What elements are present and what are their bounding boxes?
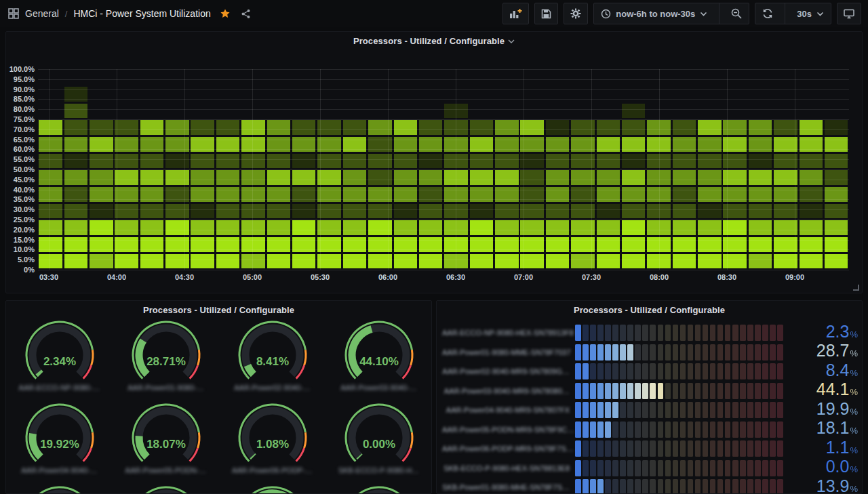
- bargauge-segment: [755, 421, 761, 438]
- bargauge-segment: [665, 402, 671, 418]
- bargauge-segment: [732, 421, 738, 438]
- heatmap-cell: [165, 120, 189, 135]
- bargauge-segment: [762, 383, 768, 399]
- bargauge-segment: [627, 402, 633, 418]
- dashboards-icon[interactable]: [8, 8, 19, 19]
- bargauge-value-unit: %: [850, 329, 858, 339]
- dashboard-title[interactable]: HMCi - Power System Utilization: [73, 8, 210, 19]
- bargauge-segment: [710, 363, 716, 379]
- favorite-star-icon[interactable]: [220, 8, 231, 19]
- bargauge-segment: [762, 402, 768, 418]
- heatmap-cell: [647, 254, 671, 269]
- heatmap-cell: [800, 220, 823, 235]
- bargauge-segment: [673, 479, 679, 494]
- heatmap-cell: [444, 120, 468, 135]
- bargauge-segment: [597, 363, 604, 379]
- bargauge-segment: [777, 325, 783, 341]
- heatmap-cell: [723, 137, 747, 152]
- bargauge-segment: [597, 402, 604, 418]
- bargauge-segment: [627, 363, 633, 379]
- heatmap-panel-title[interactable]: Processors - Utilized / Configurable: [6, 36, 862, 46]
- bargauge-segment: [575, 325, 581, 341]
- share-icon[interactable]: [241, 9, 251, 19]
- heatmap-cell: [597, 154, 620, 169]
- bargauge-segment: [755, 325, 761, 341]
- heatmap-cell: [39, 137, 62, 152]
- bargauge-segment: [717, 363, 724, 379]
- bargauge-segment: [590, 383, 596, 399]
- bargauge-segment: [612, 363, 618, 379]
- time-range-picker[interactable]: now-6h to now-30s: [594, 3, 714, 24]
- panel-resize-handle[interactable]: [853, 285, 859, 291]
- bargauge-segment: [665, 383, 671, 399]
- heatmap-cell: [64, 220, 88, 235]
- bargauge-segment: [605, 421, 611, 438]
- bargauge-segment: [658, 421, 664, 438]
- heatmap-cell: [800, 137, 823, 152]
- bargauge-segment: [762, 460, 768, 476]
- heatmap-cell: [723, 154, 747, 169]
- bargauge-segment: [688, 402, 694, 418]
- bargauge-row-label: SKB-Power01-9080-MHE-SN78F7S…: [442, 483, 575, 491]
- heatmap-cell: [241, 154, 265, 169]
- bargauge-segment: [770, 383, 776, 399]
- bargauge-segment: [620, 344, 626, 361]
- bargauge-segment: [717, 344, 724, 361]
- save-dashboard-button[interactable]: [534, 3, 558, 24]
- heatmap-x-tick-label: 04:30: [175, 273, 194, 281]
- heatmap-cell: [520, 170, 544, 185]
- bargauge-segment: [680, 440, 686, 457]
- bargauge-segment: [665, 344, 671, 361]
- bargauge-segment: [612, 402, 618, 418]
- heatmap-cell: [64, 87, 88, 102]
- bargauge-row: AAR-Power05-PODN-MR9-SN78F9C…18.1%: [442, 421, 858, 438]
- bargauge-segment: [770, 363, 776, 379]
- heatmap-x-tick-label: 05:00: [243, 273, 262, 281]
- heatmap-cell: [191, 187, 214, 202]
- refresh-button[interactable]: [755, 3, 780, 24]
- gauge-arc: [328, 485, 430, 494]
- bargauge-panel-title[interactable]: Processors - Utilized / Configurable: [437, 305, 862, 315]
- bargauge-segment: [650, 421, 656, 438]
- heatmap-x-tick-label: 06:00: [378, 273, 397, 281]
- zoom-out-button[interactable]: [724, 3, 749, 24]
- heatmap-cell: [597, 120, 620, 135]
- bargauge-segment: [695, 440, 701, 457]
- gauge-panel-title[interactable]: Processors - Utilized / Configurable: [6, 305, 431, 315]
- heatmap-cell: [647, 170, 671, 185]
- dashboard-settings-button[interactable]: [564, 3, 588, 24]
- heatmap-cell: [216, 237, 240, 252]
- bargauge-segment: [710, 325, 716, 341]
- bargauge-segment: [710, 383, 716, 399]
- bargauge-segment: [680, 421, 686, 438]
- kiosk-mode-button[interactable]: [837, 3, 861, 24]
- heatmap-cell: [39, 254, 62, 269]
- bargauge-segment: [680, 479, 686, 494]
- bargauge-segment: [635, 325, 641, 341]
- gauge: 1.08%AAR-Power06-PODP-…: [219, 401, 326, 484]
- heatmap-cell: [90, 237, 113, 252]
- heatmap-x-axis: 03:3004:0004:3005:0005:3006:0006:3007:00…: [38, 273, 849, 284]
- heatmap-cell: [343, 254, 367, 269]
- heatmap-cell: [64, 254, 88, 269]
- bargauge-segment: [575, 460, 581, 476]
- bargauge-segment: [612, 383, 618, 399]
- heatmap-cell: [673, 237, 696, 252]
- bargauge-row: AAR-Power03-9040-MR9-SN78080…44.1%: [442, 383, 858, 399]
- heatmap-cell: [191, 254, 214, 269]
- heatmap-cell: [800, 254, 823, 269]
- heatmap-cell: [394, 237, 418, 252]
- refresh-interval-picker[interactable]: 30s: [790, 3, 831, 24]
- heatmap-cell: [444, 237, 468, 252]
- bargauge-segment: [777, 479, 783, 494]
- heatmap-cell: [698, 187, 722, 202]
- bargauge-row: AAR-Power04-9040-MR9-SN7807FX19.9%: [442, 402, 858, 418]
- bargauge-segment: [755, 402, 761, 418]
- heatmap-cell: [825, 170, 848, 185]
- heatmap-cell: [520, 220, 544, 235]
- bargauge-segment: [627, 344, 633, 361]
- bargauge-segment: [770, 421, 776, 438]
- bargauge-segment: [612, 440, 618, 457]
- add-panel-button[interactable]: [502, 3, 529, 24]
- breadcrumb-section[interactable]: General: [25, 8, 59, 19]
